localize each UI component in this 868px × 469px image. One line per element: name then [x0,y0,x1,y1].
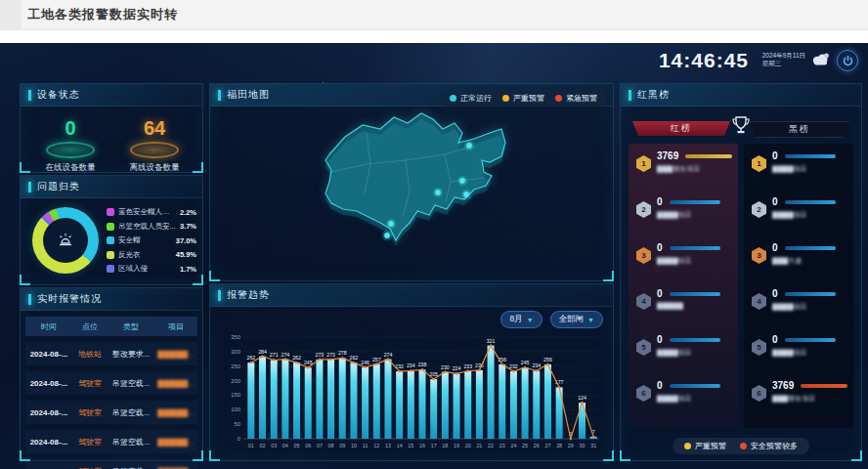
ranking-entry[interactable]: 20▇▇▇▇项目 [752,196,847,235]
bar-value-label: 274 [282,352,290,358]
ranking-value: 3769 [657,150,678,161]
panel-header: 实时报警情况 [21,288,202,311]
alarm-project-redacted: ▇▇▇▇▇... [154,438,197,447]
x-axis-tick: 24 [510,443,516,448]
trend-line-dot [592,436,594,438]
alarm-table-header: 时间点位类型项目 [25,317,197,336]
ranking-project-redacted: ▇▇▇▇项目 [657,256,732,266]
legend-item: 蓝色安全帽人员接...2.2% [107,205,196,220]
header-accent [218,90,221,101]
ranking-bar [785,200,836,204]
footer-legend-label: 安全预警较多 [751,441,798,451]
x-axis-tick: 28 [556,443,562,448]
trend-bar [464,371,471,439]
legend-swatch-icon [107,265,114,273]
alarm-table-body: 2024-08-...地铁站整改要求...▇▇▇▇▇...2024-08-...… [21,342,202,469]
ranking-entry[interactable]: 50▇▇▇▇项目 [752,334,847,373]
ranking-bar [785,246,836,250]
legend-swatch-icon [107,251,114,259]
alarm-time: 2024-08-... [25,438,72,447]
ranking-entry[interactable]: 40▇▇▇▇项目 [752,288,847,327]
trend-line-dot [410,369,412,371]
trend-line-dot [353,362,355,363]
legend-swatch-icon [107,236,114,244]
ranking-entry[interactable]: 50▇▇▇▇项目 [636,334,732,373]
status-dot-icon [684,443,691,449]
trend-line-dot [398,370,400,372]
month-filter-dropdown[interactable]: 8月 ▼ [500,311,542,328]
gate-filter-dropdown[interactable]: 全部闸 ▼ [550,311,603,328]
ranking-entry-body: 0▇▇▇▇项目 [772,288,847,327]
titlebar-edge [0,0,22,29]
bar-value-label: 271 [270,352,279,358]
online-device-stat: 0 在线设备数量 [26,117,114,174]
ranking-entry[interactable]: 30▇▇▇大厦 [752,242,847,281]
legend-value: 1.7% [180,265,196,274]
legend-label: 反光衣 [118,250,173,260]
ranking-entry-body: 3769▇▇▇整改项目 [657,150,732,190]
ranking-entry[interactable]: 40▇▇▇▇▇ [636,288,732,327]
panel-title: 报警趋势 [227,288,270,302]
bar-value-label: 321 [487,338,496,344]
ranking-value: 0 [772,150,778,161]
tab-black-list[interactable]: 黑榜 [750,121,849,138]
ranking-bar [670,246,720,250]
alarm-table-row[interactable]: 2024-08-...地铁站整改要求...▇▇▇▇▇... [25,342,197,365]
trend-bar [533,370,540,439]
y-axis-tick: 350 [231,334,240,340]
ranking-entry[interactable]: 30▇▇▇▇项目 [636,242,732,281]
ranking-value-row: 3769 [657,150,732,161]
rank-badge-icon: 1 [752,155,766,172]
x-axis-tick: 04 [282,443,288,448]
bar-value-label: 124 [578,395,586,401]
trend-bar [350,362,357,439]
map-legend-label: 正常运行 [460,93,492,104]
x-axis-tick: 05 [294,443,300,448]
panel-header: 设备状态 [21,84,202,107]
x-axis-tick: 06 [305,443,311,448]
y-axis-tick: 50 [235,421,240,427]
tab-red-list[interactable]: 红榜 [632,121,730,136]
ranking-entry[interactable]: 60▇▇▇▇项目 [636,380,732,419]
ranking-value: 0 [657,242,663,253]
alarm-location: 驾驶室 [72,407,108,418]
trend-line-dot [329,359,331,361]
x-axis-tick: 18 [442,443,448,448]
alarm-project-redacted: ▇▇▇▇▇... [154,408,197,417]
alarm-type: 吊篮空载... [108,437,154,448]
glow-disc-icon [46,142,95,158]
ranking-entry[interactable]: 20▇▇▇▇项目 [636,196,732,235]
trend-bar [556,387,563,439]
trend-line-dot [501,363,503,365]
alarm-type: 吊篮空载... [108,466,154,469]
trend-bar [430,379,437,439]
power-button[interactable] [837,50,858,71]
header-accent [629,90,631,101]
trend-line-dot [307,366,309,368]
x-axis-tick: 17 [431,443,437,448]
legend-value: 37.0% [176,236,196,245]
ranking-value: 0 [657,334,663,345]
panel-realtime-alarms: 实时报警情况 时间点位类型项目 2024-08-...地铁站整改要求...▇▇▇… [20,287,203,461]
alarm-table-row[interactable]: 2024-08-...驾驶室吊篮空载...▇▇▇▇▇... [25,459,197,469]
ranking-entry[interactable]: 13769▇▇▇整改项目 [636,150,732,190]
device-dot [388,221,394,227]
ranking-value: 0 [772,196,778,207]
trend-bar [488,346,495,439]
x-axis-tick: 01 [248,443,254,448]
trend-bar [408,370,414,439]
trend-line-dot [375,362,377,364]
alarm-table-row[interactable]: 2024-08-...驾驶室吊篮空载...▇▇▇▇▇... [25,401,197,424]
y-axis-tick: 0 [238,436,240,442]
trend-bar [476,370,483,439]
x-axis-tick: 15 [408,443,413,448]
alarm-table-row[interactable]: 2024-08-...驾驶室吊篮空载...▇▇▇▇▇... [25,430,197,453]
ranking-value: 0 [772,242,778,253]
trend-bar [510,371,517,439]
bar-value-label: 234 [407,362,415,368]
ranking-entry[interactable]: 63769▇▇▇整改项目 [752,380,847,419]
ranking-entry[interactable]: 10▇▇▇▇项目 [752,150,847,190]
alarm-table-row[interactable]: 2024-08-...驾驶室吊篮空载...▇▇▇▇▇... [25,371,197,395]
ranking-entry-body: 0▇▇▇▇项目 [772,196,847,235]
ranking-project-redacted: ▇▇▇▇▇ [657,302,732,310]
